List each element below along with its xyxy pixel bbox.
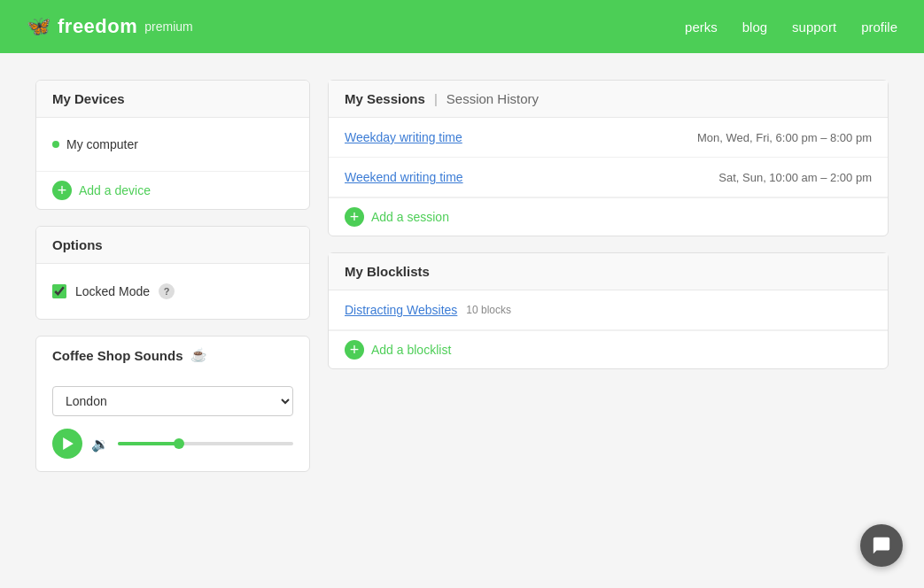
options-title: Options [52,237,103,252]
blocklist-row: Distracting Websites 10 blocks [329,290,888,330]
add-session-label: Add a session [371,210,449,224]
main-nav: perks blog support profile [685,19,897,35]
logo-premium-label: premium [144,19,192,34]
device-item: My computer [52,130,293,159]
left-column: My Devices My computer + Add a device Op… [35,80,310,472]
play-icon [63,437,74,450]
session-row: Weekday writing time Mon, Wed, Fri, 6:00… [329,118,888,158]
coffee-panel-body: London New York Paris Tokyo 🔉 [36,374,309,471]
chat-icon [872,536,891,555]
logo-butterfly-icon: 🦋 [27,15,50,38]
volume-thumb [174,438,184,449]
locked-mode-checkbox[interactable] [52,284,66,298]
volume-icon[interactable]: 🔉 [91,436,109,453]
devices-panel-header: My Devices [36,81,309,118]
nav-profile[interactable]: profile [861,19,897,35]
locked-mode-label: Locked Mode [75,284,150,298]
svg-marker-0 [63,437,74,450]
tab-my-sessions[interactable]: My Sessions [345,91,425,106]
session-row: Weekend writing time Sat, Sun, 10:00 am … [329,158,888,197]
play-button[interactable] [52,429,82,459]
header: 🦋 freedom premium perks blog support pro… [0,0,924,53]
add-blocklist-label: Add a blocklist [371,343,451,357]
chat-button[interactable] [860,524,903,567]
logo-wordmark: freedom [58,15,137,38]
session-name-weekday[interactable]: Weekday writing time [345,130,462,144]
device-status-dot [52,141,59,148]
audio-player-row: 🔉 [52,429,293,459]
add-session-icon: + [345,207,364,227]
options-panel: Options Locked Mode ? [35,226,310,320]
coffee-panel: Coffee Shop Sounds ☕ London New York Par… [35,336,310,472]
session-time-weekend: Sat, Sun, 10:00 am – 2:00 pm [718,171,872,184]
session-name-weekend[interactable]: Weekend writing time [345,170,463,184]
device-name: My computer [66,137,138,151]
coffee-icon: ☕ [190,347,207,363]
logo: 🦋 freedom premium [27,15,193,38]
coffee-title: Coffee Shop Sounds [52,348,183,363]
add-device-label: Add a device [79,183,151,197]
add-blocklist-button[interactable]: + Add a blocklist [329,330,888,368]
nav-blog[interactable]: blog [742,19,767,35]
add-device-icon: + [52,181,72,200]
coffee-panel-header: Coffee Shop Sounds ☕ [36,337,309,374]
blocklists-panel-header: My Blocklists [329,253,888,290]
session-time-weekday: Mon, Wed, Fri, 6:00 pm – 8:00 pm [697,131,872,144]
nav-support[interactable]: support [792,19,836,35]
nav-perks[interactable]: perks [685,19,718,35]
location-select[interactable]: London New York Paris Tokyo [52,386,293,416]
volume-slider[interactable] [118,442,293,445]
locked-mode-help-icon[interactable]: ? [159,283,175,299]
tab-divider: | [434,91,438,106]
blocks-count: 10 blocks [466,304,511,316]
volume-fill [118,442,179,445]
blocklists-title: My Blocklists [345,264,430,279]
devices-panel-body: My computer [36,118,309,171]
devices-panel: My Devices My computer + Add a device [35,80,310,210]
add-device-button[interactable]: + Add a device [36,171,309,209]
sessions-panel-header: My Sessions | Session History [329,81,888,118]
blocklists-panel: My Blocklists Distracting Websites 10 bl… [328,252,889,369]
main-content: My Devices My computer + Add a device Op… [0,53,924,499]
tab-session-history[interactable]: Session History [446,91,539,106]
blocklist-name[interactable]: Distracting Websites [345,303,457,317]
locked-mode-row: Locked Mode ? [52,276,293,306]
options-panel-header: Options [36,227,309,264]
add-session-button[interactable]: + Add a session [329,197,888,236]
add-blocklist-icon: + [345,340,364,360]
devices-title: My Devices [52,91,125,106]
right-column: My Sessions | Session History Weekday wr… [328,80,889,472]
sessions-panel: My Sessions | Session History Weekday wr… [328,80,889,236]
options-panel-body: Locked Mode ? [36,264,309,319]
